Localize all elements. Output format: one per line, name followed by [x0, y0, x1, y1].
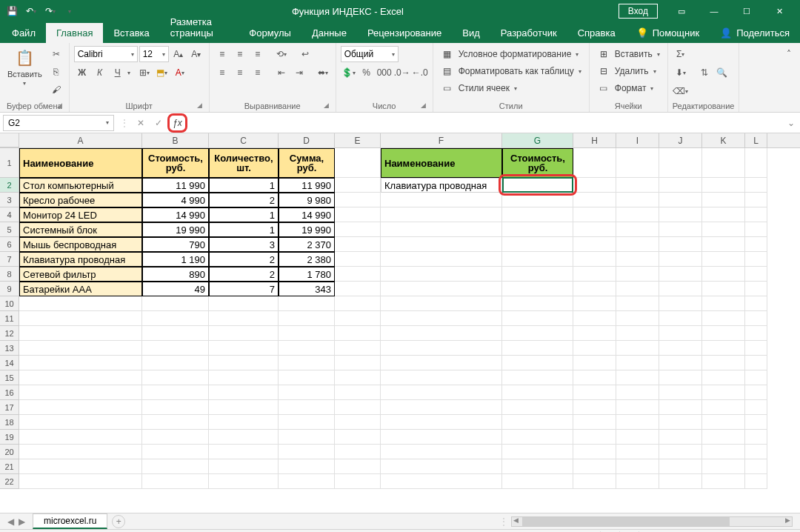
cell[interactable]	[573, 178, 616, 193]
cell[interactable]	[745, 474, 767, 489]
cell[interactable]	[381, 474, 502, 489]
fill-color-icon[interactable]: ⬒▾	[154, 64, 170, 81]
cell[interactable]	[702, 252, 745, 267]
cell[interactable]	[659, 207, 702, 222]
col-header[interactable]: A	[19, 133, 142, 147]
align-middle-icon[interactable]: ≡	[232, 46, 248, 62]
cell[interactable]	[381, 430, 502, 445]
cell[interactable]	[745, 459, 767, 474]
enter-formula-icon[interactable]: ✓	[150, 115, 167, 131]
cell[interactable]	[702, 267, 745, 282]
cell[interactable]	[616, 474, 659, 489]
cell[interactable]	[335, 356, 381, 370]
tab-layout[interactable]: Разметка страницы	[160, 12, 239, 43]
fill-icon[interactable]: ⬇▾	[673, 64, 689, 81]
cell[interactable]	[745, 341, 767, 356]
row-header[interactable]: 9	[0, 282, 19, 296]
cell[interactable]	[381, 445, 502, 459]
format-painter-icon[interactable]: 🖌	[48, 82, 64, 98]
autosum-icon[interactable]: Σ▾	[673, 46, 689, 62]
cell[interactable]: 790	[142, 237, 209, 252]
cell[interactable]	[279, 370, 335, 385]
cell[interactable]	[335, 370, 381, 385]
cell[interactable]	[702, 193, 745, 207]
insert-function-button[interactable]: ƒx	[167, 113, 187, 133]
cell[interactable]	[209, 430, 279, 445]
format-as-table-button[interactable]: ▤Форматировать как таблицу▾	[438, 63, 584, 79]
cell[interactable]	[502, 193, 573, 207]
qat-customize-icon[interactable]: ▾	[62, 4, 77, 19]
cell[interactable]: 11 990	[279, 178, 335, 193]
cell[interactable]: 19 990	[142, 222, 209, 237]
cell[interactable]	[616, 341, 659, 356]
cell[interactable]	[659, 296, 702, 311]
cell[interactable]	[745, 252, 767, 267]
row-header[interactable]: 7	[0, 252, 19, 267]
row-header[interactable]: 21	[0, 459, 19, 474]
col-header[interactable]: C	[209, 133, 279, 147]
cell[interactable]	[502, 267, 573, 282]
cell[interactable]	[209, 311, 279, 326]
align-left-icon[interactable]: ≡	[214, 64, 230, 81]
name-box[interactable]: G2▾	[3, 115, 114, 131]
cell[interactable]	[142, 400, 209, 415]
cell[interactable]	[745, 385, 767, 400]
cell[interactable]	[573, 267, 616, 282]
cell[interactable]: Клавиатура проводная	[381, 178, 502, 193]
merge-icon[interactable]: ⬌▾	[315, 64, 331, 81]
cell[interactable]	[19, 400, 142, 415]
cell[interactable]	[616, 193, 659, 207]
cell[interactable]	[702, 237, 745, 252]
find-icon[interactable]: 🔍	[714, 64, 730, 81]
spreadsheet-grid[interactable]: A B C D E F G H I J K L 1НаименованиеСто…	[0, 133, 800, 513]
increase-decimal-icon[interactable]: .0→	[394, 64, 410, 81]
cell[interactable]	[335, 237, 381, 252]
cell[interactable]	[381, 356, 502, 370]
cell[interactable]	[702, 370, 745, 385]
align-right-icon[interactable]: ≡	[250, 64, 266, 81]
cell[interactable]	[381, 400, 502, 415]
row-header[interactable]: 15	[0, 370, 19, 385]
expand-formula-bar-icon[interactable]: ⌄	[782, 118, 800, 128]
row-header[interactable]: 13	[0, 341, 19, 356]
col-header[interactable]: H	[573, 133, 616, 147]
cell[interactable]: 2 370	[279, 237, 335, 252]
wrap-text-icon[interactable]: ↩	[297, 46, 313, 62]
cell[interactable]	[702, 341, 745, 356]
row-header[interactable]: 19	[0, 430, 19, 445]
cell[interactable]	[335, 193, 381, 207]
col-header[interactable]: I	[616, 133, 659, 147]
cell[interactable]	[335, 267, 381, 282]
cell[interactable]: Мышь беспроводная	[19, 237, 142, 252]
cell[interactable]	[616, 237, 659, 252]
cell[interactable]	[142, 459, 209, 474]
cell[interactable]	[381, 341, 502, 356]
cell[interactable]	[381, 207, 502, 222]
cell[interactable]	[702, 400, 745, 415]
cell[interactable]	[573, 282, 616, 296]
cell[interactable]	[502, 237, 573, 252]
cell[interactable]	[335, 148, 381, 178]
row-header[interactable]: 20	[0, 445, 19, 459]
cell[interactable]	[142, 341, 209, 356]
cell[interactable]	[659, 267, 702, 282]
cell[interactable]	[745, 282, 767, 296]
login-button[interactable]: Вход	[619, 4, 658, 19]
cell[interactable]	[702, 148, 745, 178]
cell[interactable]	[335, 311, 381, 326]
cell[interactable]	[573, 385, 616, 400]
cell[interactable]	[616, 415, 659, 430]
cell[interactable]	[335, 400, 381, 415]
cell[interactable]	[616, 148, 659, 178]
align-center-icon[interactable]: ≡	[232, 64, 248, 81]
cell[interactable]	[702, 474, 745, 489]
cell[interactable]	[19, 459, 142, 474]
cell[interactable]	[335, 178, 381, 193]
cell[interactable]	[659, 430, 702, 445]
cell[interactable]	[279, 311, 335, 326]
tab-view[interactable]: Вид	[452, 23, 490, 43]
cell[interactable]	[702, 178, 745, 193]
align-top-icon[interactable]: ≡	[214, 46, 230, 62]
col-header[interactable]: B	[142, 133, 209, 147]
cell[interactable]	[573, 311, 616, 326]
